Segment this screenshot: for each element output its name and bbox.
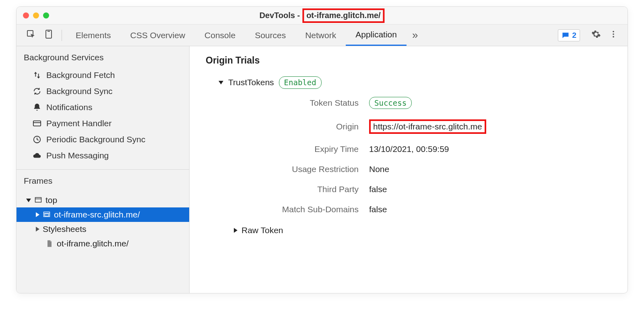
sidebar-item-background-fetch[interactable]: Background Fetch: [17, 67, 189, 83]
label-usage-restriction: Usage Restriction: [230, 164, 359, 174]
svg-point-5: [613, 36, 614, 38]
window-icon: [34, 196, 42, 204]
window-title: DevTools - ot-iframe.glitch.me/: [259, 8, 384, 23]
sidebar-item-background-sync[interactable]: Background Sync: [17, 83, 189, 99]
minimize-window-button[interactable]: [33, 12, 39, 18]
value-usage-restriction: None: [369, 164, 611, 174]
iframe-icon: [43, 211, 51, 219]
close-window-button[interactable]: [23, 12, 29, 18]
sidebar-item-payment-handler[interactable]: Payment Handler: [17, 115, 189, 131]
titlebar: DevTools - ot-iframe.glitch.me/: [17, 7, 627, 25]
svg-rect-9: [35, 197, 41, 202]
tab-elements[interactable]: Elements: [66, 25, 121, 46]
frames-tree: top ot-iframe-src.glitch.me/ Stylesheets…: [17, 191, 189, 258]
trial-name: TrustTokens: [228, 78, 274, 87]
frame-stylesheets[interactable]: Stylesheets: [17, 222, 189, 236]
chevron-down-icon: [26, 199, 31, 202]
svg-point-3: [613, 31, 614, 33]
tab-console[interactable]: Console: [195, 25, 245, 46]
chevron-right-icon: [36, 212, 39, 217]
credit-card-icon: [33, 119, 41, 128]
trial-details: Token Status Success Origin https://ot-i…: [230, 97, 611, 215]
chevron-right-icon: [36, 227, 39, 232]
messages-count: 2: [572, 31, 576, 40]
main-panel: Origin Trials TrustTokens Enabled Token …: [190, 46, 627, 293]
window-title-url-highlight: ot-iframe.glitch.me/: [302, 8, 384, 23]
panel-body: Background Services Background Fetch Bac…: [17, 46, 627, 293]
raw-token-row[interactable]: Raw Token: [234, 226, 611, 235]
heading-origin-trials: Origin Trials: [206, 55, 611, 66]
bell-icon: [33, 103, 41, 112]
maximize-window-button[interactable]: [43, 12, 49, 18]
devtools-window: DevTools - ot-iframe.glitch.me/ Elements…: [16, 6, 628, 293]
application-sidebar: Background Services Background Fetch Bac…: [17, 46, 190, 293]
label-token-status: Token Status: [230, 98, 359, 108]
svg-point-4: [613, 33, 614, 35]
kebab-menu-icon[interactable]: [605, 27, 622, 43]
separator: [62, 30, 62, 41]
settings-icon[interactable]: [587, 27, 605, 43]
raw-token-label: Raw Token: [242, 226, 283, 235]
sync-icon: [33, 87, 41, 96]
device-toolbar-icon[interactable]: [40, 27, 58, 43]
devtools-tabbar: Elements CSS Overview Console Sources Ne…: [17, 25, 627, 46]
tab-application[interactable]: Application: [346, 25, 407, 46]
arrows-updown-icon: [33, 71, 41, 80]
section-background-services: Background Services: [17, 46, 189, 67]
chevron-down-icon: [219, 81, 223, 84]
value-third-party: false: [369, 185, 611, 194]
svg-rect-13: [45, 214, 49, 216]
chevron-right-icon: [234, 228, 237, 233]
trial-status-pill: Enabled: [279, 76, 322, 89]
sidebar-item-periodic-bg-sync[interactable]: Periodic Background Sync: [17, 131, 189, 148]
tab-sources[interactable]: Sources: [245, 25, 295, 46]
label-origin: Origin: [230, 122, 359, 131]
frame-top[interactable]: top: [17, 193, 189, 207]
messages-indicator[interactable]: 2: [558, 29, 580, 41]
inspect-element-icon[interactable]: [22, 27, 40, 43]
value-expiry: 13/10/2021, 00:59:59: [369, 144, 611, 154]
frame-iframe-selected[interactable]: ot-iframe-src.glitch.me/: [17, 207, 189, 222]
cloud-icon: [33, 151, 41, 160]
message-icon: [561, 31, 570, 39]
tab-css-overview[interactable]: CSS Overview: [121, 25, 195, 46]
label-match-subdomains: Match Sub-Domains: [230, 205, 359, 214]
value-token-status: Success: [369, 97, 611, 109]
window-controls: [23, 12, 49, 18]
value-match-subdomains: false: [369, 205, 611, 214]
document-icon: [45, 240, 54, 248]
svg-rect-6: [33, 121, 41, 126]
window-title-prefix: DevTools -: [259, 11, 300, 20]
frame-page[interactable]: ot-iframe.glitch.me/: [17, 236, 189, 251]
clock-icon: [33, 135, 41, 144]
trial-row[interactable]: TrustTokens Enabled: [219, 76, 611, 89]
sidebar-item-notifications[interactable]: Notifications: [17, 99, 189, 115]
value-origin: https://ot-iframe-src.glitch.me: [369, 119, 611, 134]
label-third-party: Third Party: [230, 185, 359, 194]
tab-network[interactable]: Network: [295, 25, 346, 46]
more-tabs-icon[interactable]: »: [407, 29, 423, 41]
section-frames: Frames: [17, 170, 189, 191]
sidebar-item-push-messaging[interactable]: Push Messaging: [17, 148, 189, 164]
label-expiry: Expiry Time: [230, 144, 359, 154]
